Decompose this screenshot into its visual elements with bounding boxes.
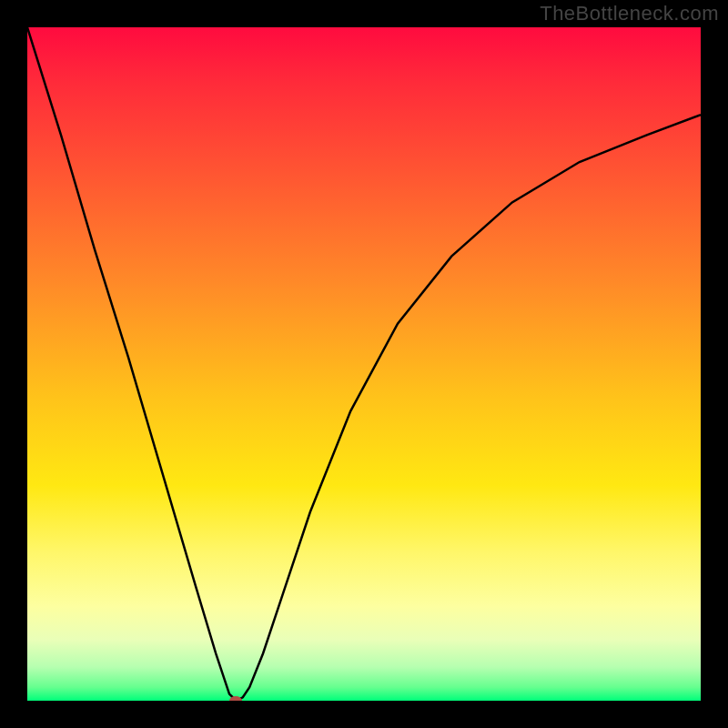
optimum-marker xyxy=(229,696,242,701)
bottleneck-curve xyxy=(27,27,701,701)
plot-area xyxy=(27,27,701,701)
watermark-text: TheBottleneck.com xyxy=(540,2,719,25)
curve-line xyxy=(27,27,701,701)
chart-container: TheBottleneck.com xyxy=(0,0,728,728)
